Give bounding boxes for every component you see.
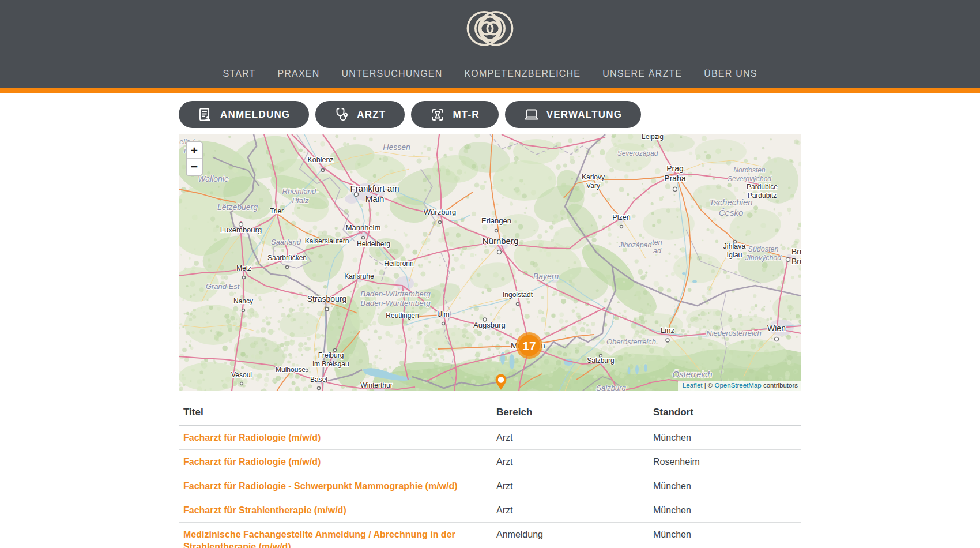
openstreetmap-link[interactable]: OpenStreetMap xyxy=(715,382,762,389)
map-region-severoz-pad: Severozápad xyxy=(617,149,658,157)
map-city-dot xyxy=(322,169,325,172)
map-city-augsburg: Augsburg xyxy=(473,321,506,329)
filter-button-label: VERWALTUNG xyxy=(546,109,622,121)
job-bereich: Arzt xyxy=(492,450,649,474)
map-city-dot xyxy=(495,230,498,232)
map-city-nancy: Nancy xyxy=(233,297,253,305)
job-standort: München xyxy=(649,498,801,523)
filter-button-arzt[interactable]: ARZT xyxy=(315,101,405,128)
main-nav: STARTPRAXENUNTERSUCHUNGENKOMPETENZBEREIC… xyxy=(0,65,980,83)
map-city-freiburg: Freiburgim Breisgau xyxy=(312,351,349,368)
nav-item-praxen[interactable]: PRAXEN xyxy=(277,69,319,79)
map-city-reutlingen: Reutlingen xyxy=(386,311,419,320)
map-city-erlangen: Erlangen xyxy=(481,216,511,225)
map-city-heilbronn: Heilbronn xyxy=(384,260,413,268)
job-bereich: Arzt xyxy=(492,474,649,498)
map-city-dot xyxy=(442,322,445,325)
map-city-karlsruhe: Karlsruhe xyxy=(344,272,374,280)
job-title-link[interactable]: Facharzt für Radiologie (m/w/d) xyxy=(183,433,321,442)
nav-item-kompetenzbereiche[interactable]: KOMPETENZBEREICHE xyxy=(464,69,581,79)
nav-item-ber-uns[interactable]: ÜBER UNS xyxy=(704,69,757,79)
map-region-sterreich: Österreich xyxy=(672,369,712,379)
job-title-link[interactable]: Facharzt für Strahlentherapie (m/w/d) xyxy=(183,505,346,515)
map-city-dot xyxy=(786,258,790,262)
map-city-dot xyxy=(325,307,329,311)
map-region-bayern: Bayern xyxy=(533,272,559,281)
map[interactable]: elle /ieLeipzigHessenKoblenzWallonieSeve… xyxy=(179,134,801,391)
logo-circles-icon[interactable] xyxy=(466,5,514,52)
map-city-winterthur: Winterthur xyxy=(360,381,392,389)
filter-button-verwaltung[interactable]: VERWALTUNG xyxy=(505,101,641,128)
map-city-dot xyxy=(242,309,245,312)
form-icon xyxy=(198,107,213,122)
map-city-mulhouse: Mulhouse xyxy=(276,366,306,374)
filter-button-anmeldung[interactable]: ANMELDUNG xyxy=(179,101,309,128)
map-region-hessen: Hessen xyxy=(383,142,410,152)
map-city-metz: Metz xyxy=(236,264,251,272)
map-city-leipzig: Leipzig xyxy=(642,134,664,141)
map-city-saarbr-cken: Saarbrücken xyxy=(267,254,307,262)
job-title-link[interactable]: Facharzt für Radiologie - Schwerpunkt Ma… xyxy=(183,481,458,491)
jobs-header-bereich: Bereich xyxy=(492,399,649,426)
filter-buttons: ANMELDUNGARZTMT-RVERWALTUNG xyxy=(179,101,801,128)
map-city-dot xyxy=(517,303,519,306)
jobs-header-titel: Titel xyxy=(179,399,492,426)
map-city-prag: PragPraha xyxy=(664,164,686,183)
job-bereich: Arzt xyxy=(492,426,649,450)
map-city-trier: Trier xyxy=(270,207,284,215)
site-header: STARTPRAXENUNTERSUCHUNGENKOMPETENZBEREIC… xyxy=(0,0,980,88)
nav-item-start[interactable]: START xyxy=(223,69,255,79)
map-region-nordosten: NordostenSeverovýchod xyxy=(728,166,771,183)
job-title-link[interactable]: Facharzt für Radiologie (m/w/d) xyxy=(183,457,321,467)
job-row: Facharzt für Radiologie (m/w/d)ArztMünch… xyxy=(179,426,801,450)
map-attribution: Leaflet | © OpenStreetMap contributors xyxy=(678,381,801,391)
job-row: Medizinische Fachangestellte Anmeldung /… xyxy=(179,523,801,548)
map-city-dot xyxy=(286,266,289,269)
leaflet-link[interactable]: Leaflet xyxy=(683,382,703,389)
map-region-jihoz-pad: Jihozápad xyxy=(619,241,653,249)
map-city-vesoul: Vesoul xyxy=(231,371,252,379)
job-row: Facharzt für Strahlentherapie (m/w/d)Arz… xyxy=(179,498,801,523)
stethoscope-icon xyxy=(334,107,349,122)
attribution-suffix: contributors xyxy=(762,382,798,389)
job-row: Facharzt für Radiologie (m/w/d)ArztRosen… xyxy=(179,450,801,474)
map-city-dot xyxy=(497,250,502,254)
job-bereich: Arzt xyxy=(492,498,649,523)
map-city-dot xyxy=(620,226,623,228)
cluster-count: 17 xyxy=(522,339,536,352)
map-region-grand-est: Grand Est xyxy=(206,282,240,291)
map-city-dot xyxy=(362,237,365,239)
map-region-ten: tenad xyxy=(652,238,662,255)
map-region-wallonie: Wallonie xyxy=(198,174,229,183)
nav-item-untersuchungen[interactable]: UNTERSUCHUNGEN xyxy=(341,69,442,79)
map-city-dot xyxy=(439,221,442,224)
map-region-saarland: Saarland xyxy=(271,238,301,246)
map-city-kaiserslautern: Kaiserslautern xyxy=(305,237,349,245)
jobs-table: TitelBereichStandort Facharzt für Radiol… xyxy=(179,399,801,548)
laptop-icon xyxy=(524,107,539,122)
filter-button-label: MT-R xyxy=(453,109,479,121)
map-region-l-tzebuerg: Lëtzebuerg xyxy=(217,202,258,212)
map-canvas: elle /ieLeipzigHessenKoblenzWallonieSeve… xyxy=(179,134,801,391)
filter-button-mt-r[interactable]: MT-R xyxy=(411,101,498,128)
job-standort: München xyxy=(649,474,801,498)
map-region-ober-sterreich: Oberösterreich xyxy=(606,337,656,346)
attribution-separator: | © xyxy=(702,382,714,389)
job-standort: München xyxy=(649,426,801,450)
map-city-ulm: Ulm xyxy=(437,310,449,318)
map-city-ingolstadt: Ingolstadt xyxy=(503,291,533,299)
nav-item-unsere-rzte[interactable]: UNSERE ÄRZTE xyxy=(602,69,682,79)
map-city-salzburg: Salzburg xyxy=(587,356,614,365)
map-city-dot xyxy=(306,369,308,372)
map-city-mannheim: Mannheim xyxy=(346,223,381,232)
job-standort: Rosenheim xyxy=(649,450,801,474)
zoom-in-button[interactable]: + xyxy=(187,142,202,159)
job-standort: München xyxy=(649,523,801,548)
zoom-out-button[interactable]: − xyxy=(187,159,202,175)
map-region-salzburg: Salzburg xyxy=(596,384,626,391)
job-title-link[interactable]: Medizinische Fachangestellte Anmeldung /… xyxy=(183,530,455,548)
map-cluster-marker[interactable]: 17 xyxy=(516,332,542,359)
map-city-dot xyxy=(666,339,669,342)
filter-button-label: ARZT xyxy=(357,109,386,121)
map-region-s-dosten: SüdostenJihovýchod xyxy=(745,245,782,262)
